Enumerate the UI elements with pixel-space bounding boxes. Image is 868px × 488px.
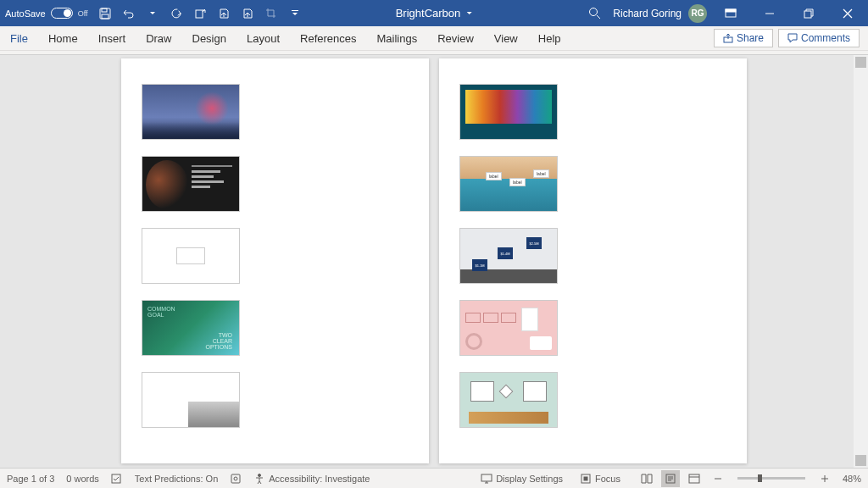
scrollbar-down-icon[interactable]	[855, 455, 866, 466]
minimize-icon[interactable]	[754, 3, 785, 25]
share-icon	[723, 33, 733, 43]
qat-icon-2[interactable]	[214, 3, 234, 24]
redo-icon[interactable]	[166, 3, 186, 24]
vertical-scrollbar[interactable]	[854, 55, 868, 468]
slide-thumb-6[interactable]	[459, 84, 558, 140]
svg-rect-11	[231, 474, 240, 483]
svg-rect-4	[292, 10, 298, 11]
document-title[interactable]: BrightCarbon	[396, 7, 473, 19]
close-icon[interactable]	[832, 3, 863, 25]
qat-icon-3[interactable]	[237, 3, 258, 24]
title-bar: AutoSave Off BrightCarbon Richard Goring…	[0, 0, 868, 26]
comments-button[interactable]: Comments	[778, 29, 860, 47]
scrollbar-up-icon[interactable]	[855, 57, 866, 68]
slide-thumb-4[interactable]: COMMONGOAL TWOCLEAROPTIONS	[142, 300, 240, 356]
text-predictions[interactable]: Text Predictions: On	[135, 474, 218, 484]
slide-thumb-7[interactable]: label label label	[459, 156, 558, 212]
macro-icon[interactable]	[230, 473, 242, 485]
page-1[interactable]: COMMONGOAL TWOCLEAROPTIONS	[121, 58, 429, 463]
zoom-slider[interactable]	[737, 477, 805, 480]
focus-icon	[580, 473, 592, 485]
autosave-toggle[interactable]: AutoSave Off	[5, 8, 88, 19]
tab-review[interactable]: Review	[427, 26, 484, 51]
user-account[interactable]: Richard Goring RG	[613, 4, 707, 23]
web-layout-icon[interactable]	[685, 470, 704, 487]
slide-thumb-8[interactable]: $1.1M $1.4M $2.5M	[459, 228, 558, 284]
restore-icon[interactable]	[793, 3, 824, 25]
svg-point-12	[234, 477, 237, 480]
page-indicator[interactable]: Page 1 of 3	[7, 474, 54, 484]
quick-access-toolbar	[95, 3, 305, 24]
undo-dropdown-icon[interactable]	[142, 3, 163, 24]
accessibility-icon	[253, 473, 265, 485]
tab-references[interactable]: References	[290, 26, 366, 51]
svg-rect-3	[196, 10, 203, 18]
tab-insert[interactable]: Insert	[88, 26, 136, 51]
spelling-icon[interactable]	[111, 473, 123, 485]
read-mode-icon[interactable]	[637, 470, 656, 487]
tab-design[interactable]: Design	[182, 26, 236, 51]
svg-rect-7	[726, 9, 736, 12]
comment-icon	[787, 33, 798, 43]
slide-thumb-2[interactable]	[142, 156, 240, 212]
undo-icon[interactable]	[119, 3, 139, 24]
svg-rect-1	[102, 8, 107, 12]
document-workspace[interactable]: COMMONGOAL TWOCLEAROPTIONS label label l…	[0, 55, 868, 468]
user-name: Richard Goring	[613, 8, 682, 19]
svg-rect-8	[804, 11, 811, 18]
svg-rect-10	[112, 474, 120, 483]
slide-thumb-5[interactable]	[142, 372, 240, 428]
tab-layout[interactable]: Layout	[236, 26, 290, 51]
svg-point-5	[589, 8, 597, 16]
slide-thumb-3[interactable]	[142, 228, 240, 284]
ribbon-tabs: File Home Insert Draw Design Layout Refe…	[0, 26, 868, 51]
tab-view[interactable]: View	[484, 26, 528, 51]
svg-rect-16	[584, 477, 587, 480]
page-2[interactable]: label label label $1.1M $1.4M $2.5M	[439, 58, 747, 463]
slide-thumb-10[interactable]	[459, 372, 558, 428]
tab-home[interactable]: Home	[38, 26, 88, 51]
status-bar: Page 1 of 3 0 words Text Predictions: On…	[0, 468, 868, 488]
tab-help[interactable]: Help	[528, 26, 571, 51]
word-count[interactable]: 0 words	[66, 474, 99, 484]
tab-draw[interactable]: Draw	[136, 26, 181, 51]
qat-customize-icon[interactable]	[285, 3, 305, 24]
display-settings[interactable]: Display Settings	[481, 473, 563, 485]
accessibility-status[interactable]: Accessibility: Investigate	[253, 473, 370, 485]
autosave-label: AutoSave	[5, 8, 46, 19]
search-icon[interactable]	[584, 3, 604, 24]
print-layout-icon[interactable]	[661, 470, 680, 487]
tab-mailings[interactable]: Mailings	[367, 26, 428, 51]
avatar: RG	[688, 4, 707, 23]
qat-icon-1[interactable]	[190, 3, 210, 24]
display-icon	[481, 473, 492, 485]
zoom-out-icon[interactable]	[709, 470, 727, 487]
slide-thumb-1[interactable]	[142, 84, 240, 140]
save-icon[interactable]	[95, 3, 115, 24]
chevron-down-icon	[465, 10, 472, 17]
share-button[interactable]: Share	[714, 29, 773, 47]
tab-file[interactable]: File	[0, 26, 38, 51]
svg-rect-18	[689, 474, 699, 483]
svg-point-13	[259, 474, 261, 476]
autosave-state: Off	[78, 9, 88, 18]
ribbon-display-icon[interactable]	[715, 3, 746, 25]
toggle-switch[interactable]	[51, 8, 73, 19]
focus-mode[interactable]: Focus	[580, 473, 620, 485]
svg-rect-14	[481, 474, 492, 481]
zoom-level[interactable]: 48%	[843, 474, 861, 484]
zoom-handle[interactable]	[758, 474, 762, 482]
slide-thumb-9[interactable]	[459, 300, 558, 356]
crop-icon[interactable]	[261, 3, 281, 24]
svg-rect-2	[102, 14, 108, 19]
zoom-in-icon[interactable]	[815, 470, 834, 487]
